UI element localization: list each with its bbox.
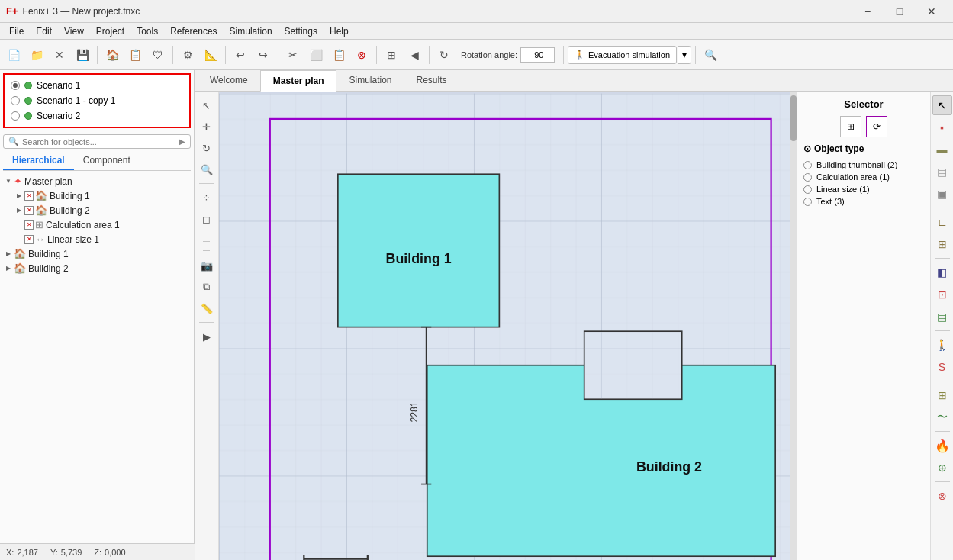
rt-btn-stair[interactable]: ▤ (932, 162, 952, 182)
tabs-bar: Welcome Master plan Simulation Results (195, 70, 953, 92)
tab-masterplan[interactable]: Master plan (260, 70, 337, 92)
open-button[interactable]: 📁 (26, 44, 47, 66)
z-coord: Z: 0,000 (94, 548, 125, 557)
lt-camera[interactable]: 📷 (197, 256, 217, 275)
tab-welcome[interactable]: Welcome (198, 70, 260, 92)
tree-building1-master[interactable]: ▶ 🏠 Building 1 (0, 188, 194, 203)
lt-scatter[interactable]: ⁘ (197, 188, 217, 208)
rt-btn-fire[interactable]: 🔥 (932, 436, 952, 455)
lt-rotate-tool[interactable]: ↻ (197, 138, 217, 158)
rt-btn-plus-circle[interactable]: ⊕ (932, 458, 952, 478)
scenario-item-1[interactable]: Scenario 1 (8, 78, 186, 93)
main-layout: Scenario 1 Scenario 1 - copy 1 Scenario … (0, 70, 953, 543)
rt-btn-person[interactable]: 🚶 (932, 335, 952, 355)
rt-btn-floor[interactable]: ▬ (932, 140, 952, 159)
rt-btn-danger[interactable]: ⊗ (932, 486, 952, 506)
rt-btn-door[interactable]: ⊏ (932, 212, 952, 232)
tb-icon5[interactable]: 📐 (200, 44, 221, 66)
menu-tools[interactable]: Tools (130, 24, 164, 38)
new-button[interactable]: 📄 (3, 44, 24, 66)
tb-icon1[interactable]: 🏠 (101, 44, 123, 66)
tb-rotate[interactable]: ↻ (433, 44, 455, 66)
menu-project[interactable]: Project (90, 24, 130, 38)
tree-linear-size[interactable]: ↔ Linear size 1 (0, 232, 194, 246)
menu-help[interactable]: Help (324, 24, 355, 38)
lt-move[interactable]: ✛ (197, 117, 217, 137)
tb-icon2[interactable]: 📋 (124, 44, 146, 66)
delete-button[interactable]: ⊗ (351, 44, 372, 66)
tb-mirror[interactable]: ⊞ (381, 44, 402, 66)
search-arrow-icon[interactable]: ▶ (179, 137, 185, 146)
menu-settings[interactable]: Settings (278, 24, 324, 38)
object-type-header[interactable]: ⊙ Object type (803, 143, 924, 154)
tree-root[interactable]: ▼ ✦ Master plan (0, 174, 194, 188)
tree-building1-standalone[interactable]: ▶ 🏠 Building 1 (0, 246, 194, 261)
y-label: Y: (50, 548, 58, 557)
maximize-button[interactable]: □ (884, 1, 915, 22)
rt-btn-ruler[interactable]: ⊞ (932, 385, 952, 405)
rt-btn-blue1[interactable]: ◧ (932, 262, 952, 282)
lt-layers[interactable]: ⧉ (197, 277, 217, 297)
evacuation-dropdown-arrow[interactable]: ▾ (678, 46, 691, 64)
close-button[interactable]: ✕ (916, 1, 947, 22)
lt-measure[interactable]: 📏 (197, 298, 217, 318)
menu-file[interactable]: File (3, 24, 30, 38)
selector-grid-icon[interactable]: ⊞ (840, 116, 861, 137)
scenario-radio-3 (11, 111, 20, 121)
scenario-item-2[interactable]: Scenario 1 - copy 1 (8, 93, 186, 108)
rt-btn-wall[interactable]: ▣ (932, 184, 952, 204)
menu-edit[interactable]: Edit (30, 24, 58, 38)
undo-button[interactable]: ↩ (230, 44, 251, 66)
paste-button[interactable]: 📋 (328, 44, 349, 66)
object-type-item-1[interactable]: Building thumbnail (2) (803, 159, 924, 171)
close-button[interactable]: ✕ (49, 44, 70, 66)
tree-building2-master[interactable]: ▶ 🏠 Building 2 (0, 203, 194, 217)
object-type-item-2[interactable]: Calculation area (1) (803, 171, 924, 183)
tb-icon3[interactable]: 🛡 (147, 44, 169, 66)
canvas-area[interactable]: Building 1 Building 2 2281 (219, 92, 797, 560)
tab-hierarchical[interactable]: Hierarchical (3, 152, 74, 170)
toolbar-sep8 (695, 46, 696, 64)
rt-btn-nav[interactable]: ↖ (932, 95, 952, 115)
tree-building2-standalone[interactable]: ▶ 🏠 Building 2 (0, 261, 194, 275)
save-button[interactable]: 💾 (72, 44, 93, 66)
rt-btn-window[interactable]: ⊞ (932, 234, 952, 254)
menu-view[interactable]: View (58, 24, 90, 38)
scenario-item-3[interactable]: Scenario 2 (8, 108, 186, 124)
tab-simulation[interactable]: Simulation (336, 70, 404, 92)
titlebar: F+ Fenix+ 3 — New project.fnxc − □ ✕ (0, 0, 953, 23)
lt-3d[interactable]: ◻ (197, 209, 217, 229)
rt-btn-green1[interactable]: ▤ (932, 307, 952, 327)
tab-results[interactable]: Results (404, 70, 459, 92)
selector-spinner-icon[interactable]: ⟳ (866, 116, 887, 137)
tb-flip[interactable]: ◀ (404, 44, 425, 66)
redo-button[interactable]: ↪ (253, 44, 274, 66)
left-panel: Scenario 1 Scenario 1 - copy 1 Scenario … (0, 70, 195, 543)
cut-button[interactable]: ✂ (282, 44, 304, 66)
minimize-button[interactable]: − (852, 1, 883, 22)
canvas-scrollbar[interactable] (790, 92, 797, 560)
search-input[interactable] (22, 137, 176, 146)
toolbar: 📄 📁 ✕ 💾 🏠 📋 🛡 ⚙ 📐 ↩ ↪ ✂ ⬜ 📋 ⊗ ⊞ ◀ ↻ Rota… (0, 40, 953, 70)
tree-calc-area[interactable]: ⊞ Calculation area 1 (0, 217, 194, 232)
rt-btn-red1[interactable]: ⊡ (932, 285, 952, 304)
rt-btn-brick[interactable]: ▪ (932, 117, 952, 137)
menu-references[interactable]: References (164, 24, 223, 38)
x-coord: X: 2,187 (6, 548, 38, 557)
lt-pointer[interactable]: ↖ (197, 95, 217, 115)
evacuation-button[interactable]: 🚶 Evacuation simulation (568, 46, 677, 64)
copy-button[interactable]: ⬜ (305, 44, 327, 66)
building2-standalone-icon: 🏠 (14, 262, 26, 274)
lt-video[interactable]: ▶ (197, 327, 217, 346)
lt-zoom[interactable]: 🔍 (197, 159, 217, 179)
search-tool-button[interactable]: 🔍 (700, 44, 721, 66)
rotation-input[interactable] (520, 47, 555, 63)
object-type-item-3[interactable]: Linear size (1) (803, 183, 924, 195)
tb-icon4[interactable]: ⚙ (177, 44, 198, 66)
rt-btn-wave[interactable]: 〜 (932, 407, 952, 427)
menu-simulation[interactable]: Simulation (224, 24, 278, 38)
object-type-item-4[interactable]: Text (3) (803, 195, 924, 208)
y-coord: Y: 5,739 (50, 548, 82, 557)
tab-component[interactable]: Component (74, 152, 140, 170)
rt-btn-exit[interactable]: S (932, 357, 952, 377)
